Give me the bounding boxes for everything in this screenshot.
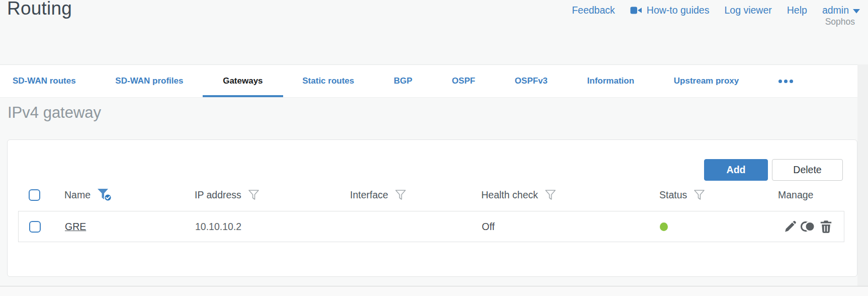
- log-viewer-link[interactable]: Log viewer: [724, 5, 771, 16]
- page-title: Routing: [7, 0, 72, 19]
- gateway-table: Name IP address Interfac: [18, 183, 844, 242]
- tab-upstream-proxy[interactable]: Upstream proxy: [674, 65, 739, 97]
- column-header-health-check: Health check: [481, 189, 538, 201]
- tab-ospf[interactable]: OSPF: [452, 65, 475, 97]
- tab-sdwan-profiles[interactable]: SD-WAN profiles: [115, 65, 183, 97]
- gateway-ip: 10.10.10.2: [187, 221, 342, 233]
- column-header-ip: IP address: [195, 189, 241, 201]
- tab-sdwan-routes[interactable]: SD-WAN routes: [13, 65, 76, 97]
- status-dot-green: [660, 223, 668, 231]
- section-title: IPv4 gateway: [8, 104, 101, 122]
- select-all-checkbox[interactable]: [29, 189, 40, 201]
- feedback-link[interactable]: Feedback: [572, 5, 615, 16]
- table-row: GRE 10.10.10.2 Off: [19, 211, 844, 242]
- ellipsis-icon: [778, 80, 782, 83]
- gateway-health-check: Off: [473, 221, 651, 233]
- interface-filter-icon[interactable]: [395, 189, 406, 201]
- gateway-name-link[interactable]: GRE: [65, 221, 86, 233]
- header-links: Feedback How-to guides Log viewer Help a…: [572, 5, 860, 16]
- edit-icon[interactable]: [783, 220, 797, 234]
- status-filter-icon[interactable]: [693, 189, 705, 201]
- gateway-panel: Add Delete Name IP address: [7, 139, 857, 277]
- clone-icon[interactable]: [800, 220, 816, 233]
- tab-bar: SD-WAN routes SD-WAN profiles Gateways S…: [0, 64, 857, 98]
- health-check-filter-icon[interactable]: [545, 189, 556, 201]
- column-header-name: Name: [64, 189, 91, 201]
- row-checkbox[interactable]: [29, 221, 41, 233]
- column-header-manage: Manage: [778, 189, 813, 201]
- manage-actions: [770, 220, 844, 234]
- tab-bgp[interactable]: BGP: [394, 65, 412, 97]
- right-gutter: [857, 64, 868, 286]
- video-camera-icon: [630, 6, 642, 15]
- brand-label: Sophos: [825, 17, 855, 27]
- tab-ospfv3[interactable]: OSPFv3: [515, 65, 548, 97]
- delete-button[interactable]: Delete: [772, 159, 843, 181]
- howto-guides-label: How-to guides: [647, 5, 710, 16]
- tab-gateways[interactable]: Gateways: [223, 65, 263, 97]
- add-button[interactable]: Add: [704, 159, 768, 181]
- delete-icon[interactable]: [820, 220, 832, 234]
- help-link[interactable]: Help: [787, 5, 807, 16]
- user-name: admin: [822, 5, 849, 16]
- name-filter-active-icon[interactable]: [97, 188, 113, 202]
- tab-static-routes[interactable]: Static routes: [302, 65, 354, 97]
- column-header-interface: Interface: [350, 189, 388, 201]
- table-body: GRE 10.10.10.2 Off: [18, 211, 844, 242]
- column-header-status: Status: [659, 189, 687, 201]
- tab-information[interactable]: Information: [587, 65, 635, 97]
- caret-down-icon: [853, 5, 860, 16]
- howto-guides-link[interactable]: How-to guides: [630, 5, 710, 16]
- ip-filter-icon[interactable]: [248, 189, 259, 201]
- toolbar: Add Delete: [704, 159, 843, 181]
- table-header-row: Name IP address Interfac: [18, 183, 844, 206]
- bottom-bar: [0, 286, 868, 296]
- more-tabs-button[interactable]: [778, 65, 793, 97]
- user-menu[interactable]: admin: [822, 5, 860, 16]
